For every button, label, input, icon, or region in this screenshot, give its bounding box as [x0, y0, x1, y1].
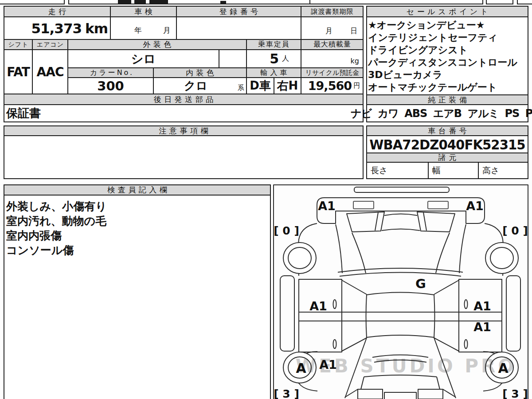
headlight-left: [347, 212, 384, 232]
inspector-header: 検査員記入欄: [4, 184, 271, 196]
inspector-line: コンソール傷: [6, 243, 268, 258]
rear-seat-arc: [367, 335, 434, 337]
shaken-value: 年月: [110, 16, 177, 40]
front-seat-arc: [367, 293, 434, 295]
auction-sheet: 走行 車検 登録番号 譲渡書類期限 51,373km 年月 月日 シフト エアコ…: [0, 0, 532, 399]
recycle-value: 19,560円: [301, 77, 364, 94]
inspector-body: 外装しみ、小傷有り 室内汚れ、動物の毛 室内内張傷 コンソール傷: [4, 195, 271, 399]
bumper-sensor-left: [353, 201, 374, 209]
damage-mark-quarter-left: A1: [319, 358, 337, 372]
chassis-no-value: WBA72DZ040FK52315: [366, 135, 528, 153]
damage-mark-bumper-right: A1: [466, 199, 484, 213]
exterior-color-kei-cell: [219, 49, 247, 68]
cutoff-text-fragment: [118, 0, 131, 4]
capacity-value: 5人: [246, 49, 301, 68]
tail-light-left: [358, 389, 383, 399]
sales-point-line: オートマチックテールゲート: [368, 81, 528, 94]
fold-line-front-left: [342, 280, 367, 294]
aircon-value: AAC: [32, 49, 68, 94]
notes-body: [4, 135, 364, 179]
license-recess: [384, 392, 416, 399]
color-no-value: 300: [67, 77, 154, 94]
cowl-arc-lower: [340, 273, 461, 277]
cutoff-text-fragment: [220, 1, 226, 4]
inspector-line: 外装しみ、小傷有り: [6, 199, 268, 214]
recycle-header: リサイクル預託金: [301, 67, 364, 78]
capacity-header: 乗車定員: [246, 39, 301, 50]
registration-header: 登録番号: [176, 6, 301, 17]
grille-upper: [384, 214, 417, 216]
damage-mark-door-front-left: A1: [309, 299, 327, 313]
damage-mark-door-front-right: A1: [473, 299, 491, 313]
headlight-left-line: [375, 212, 378, 231]
cutoff-row-cell: [310, 0, 483, 4]
hood-edge-right: [436, 233, 450, 273]
headlight-right-line: [423, 212, 426, 231]
later-parts-value: 保証書: [4, 104, 364, 122]
tail-light-right: [418, 389, 443, 399]
door-handle-front-left: [333, 300, 336, 309]
damage-mark-windshield: G: [415, 276, 426, 291]
aircon-header: エアコン: [32, 39, 68, 50]
equipment-value: ナビ カワ ABS エアB アルミ PS PW: [366, 104, 528, 122]
door-handle-rear-left: [333, 340, 336, 348]
hood-edge-left: [352, 233, 366, 273]
chassis-no-header: 車台番号: [366, 125, 528, 136]
cabin-side-left: [366, 294, 367, 338]
sales-points-body: ★オークションデビュー★ インテリジェントセーフティ ドライビングアシスト パー…: [366, 16, 528, 95]
spec-length-cell: 長さ: [366, 162, 429, 179]
maxload-value: kg: [301, 49, 364, 68]
cutoff-row-cell: [486, 0, 513, 4]
trunk-side-right: [437, 377, 440, 389]
tread-rear-right: [ 3 ]: [502, 387, 528, 399]
cutoff-row-cell: [517, 0, 532, 4]
color-no-header: カラーNo.: [67, 67, 154, 78]
specs-header: 諸元: [366, 153, 528, 163]
sill-right: [506, 276, 520, 351]
transfer-deadline-value: 月日: [301, 16, 364, 40]
cutoff-text-fragment: [149, 0, 168, 4]
bumper-sensor-right: [428, 201, 448, 209]
front-bumper: [317, 198, 485, 223]
door-panels-left: [299, 279, 342, 352]
shaken-header: 車検: [110, 6, 177, 17]
equipment-header: 純正装備: [366, 94, 528, 105]
later-parts-header: 後日発送部品: [4, 94, 364, 105]
fender-line-right: [459, 224, 466, 273]
sales-point-line: ★オークションデビュー★: [368, 19, 528, 31]
transfer-deadline-header: 譲渡書類期限: [301, 6, 364, 17]
cutoff-text-fragment: [134, 0, 146, 4]
registration-value: [176, 16, 301, 40]
damage-diagram: WEB STUDIO PRO A1 A1 [ 0 ] [ 0 ] G A1 A1…: [273, 184, 528, 399]
sales-point-line: パークディスタンスコントロール: [368, 56, 528, 69]
spec-width-cell: 幅: [428, 162, 479, 179]
door-handle-rear-right: [465, 340, 468, 348]
shift-header: シフト: [4, 39, 33, 50]
spec-height-cell: 高さ: [478, 162, 528, 179]
maxload-header: 最大積載量: [301, 39, 364, 50]
damage-mark-rear-wheel-right: A: [498, 360, 509, 376]
cowl-arc-upper: [338, 268, 463, 272]
damage-mark-bumper-left: A1: [318, 199, 336, 213]
inspector-line: 室内汚れ、動物の毛: [6, 214, 268, 228]
sill-left: [280, 276, 294, 351]
door-handle-front-right: [465, 300, 468, 309]
fold-line-front-right: [434, 280, 459, 294]
tread-front-right: [ 0 ]: [502, 224, 528, 237]
interior-color-value: クロ 系: [153, 77, 247, 94]
mileage-header: 走行: [4, 6, 111, 17]
damage-mark-door-rear-right: A1: [473, 320, 491, 334]
cutoff-row-cell: [0, 0, 65, 4]
roof-strip: [354, 187, 449, 192]
tread-rear-left: [ 3 ]: [274, 387, 299, 399]
headlight-right: [417, 212, 455, 232]
inspector-line: 室内内張傷: [6, 228, 268, 243]
trunk-side-left: [361, 377, 364, 389]
sales-point-line: インテリジェントセーフティ: [368, 31, 528, 44]
mileage-value: 51,373km: [4, 16, 111, 40]
steering-value: 右H: [274, 77, 301, 94]
exterior-color-value: シロ: [67, 49, 219, 68]
shift-value: FAT: [4, 49, 33, 94]
import-header: 輸入車: [246, 67, 301, 78]
exterior-color-header: 外装色: [67, 39, 247, 50]
